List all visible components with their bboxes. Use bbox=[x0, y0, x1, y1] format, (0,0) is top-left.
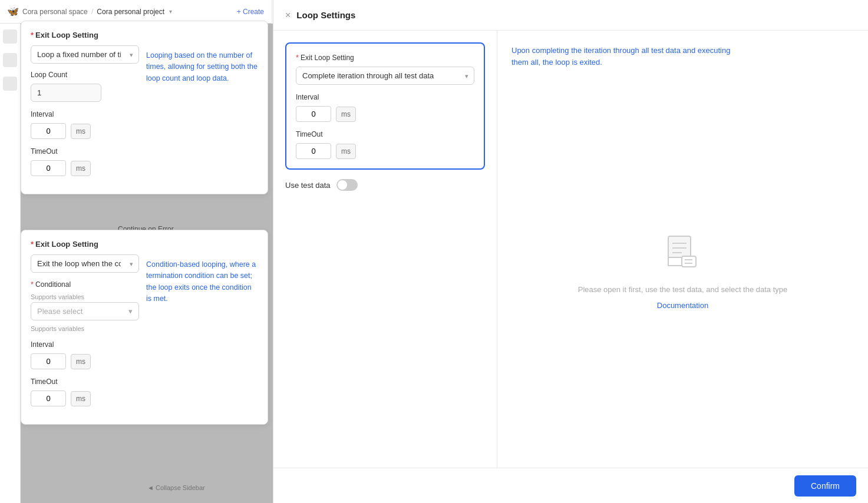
right-panel-header: × Loop Settings bbox=[273, 0, 868, 31]
upper-interval-unit: ms bbox=[71, 124, 91, 139]
upper-form-left: Loop a fixed number of times. ▾ Loop Cou… bbox=[31, 45, 139, 184]
lower-form-row: Exit the loop when the condition is met … bbox=[31, 254, 258, 415]
upper-timeout-label: TimeOut bbox=[31, 147, 139, 155]
lower-please-select-chevron-icon: ▾ bbox=[128, 307, 133, 316]
upper-loop-count-input[interactable] bbox=[31, 84, 101, 102]
confirm-button[interactable]: Confirm bbox=[794, 475, 856, 497]
info-text: Upon completing the iteration through al… bbox=[511, 45, 735, 68]
upper-card-title: * Exit Loop Setting bbox=[31, 31, 258, 39]
exit-loop-label: * Exit Loop Setting bbox=[296, 53, 474, 62]
interval-input[interactable] bbox=[296, 106, 331, 122]
upper-timeout-row: ms bbox=[31, 160, 139, 176]
upper-tooltip-text: Looping based on the number of times, al… bbox=[146, 50, 258, 84]
upper-form-row: Loop a fixed number of times. ▾ Loop Cou… bbox=[31, 45, 258, 184]
interval-label: Interval bbox=[296, 93, 474, 101]
lower-timeout-label: TimeOut bbox=[31, 378, 139, 386]
timeout-unit: ms bbox=[336, 144, 356, 159]
exit-loop-select-wrapper[interactable]: Complete iteration through all test data… bbox=[296, 67, 474, 85]
right-panel-content: * Exit Loop Setting Complete iteration t… bbox=[273, 31, 868, 468]
lower-tooltip-box: Condition-based looping, where a termina… bbox=[146, 254, 258, 305]
lower-conditional-section: * Conditional Supports variables Please … bbox=[31, 280, 139, 332]
timeout-row: ms bbox=[296, 143, 474, 159]
project-name[interactable]: Cora personal project bbox=[97, 8, 164, 16]
loop-settings-panel: × Loop Settings * Exit Loop Setting Comp… bbox=[273, 0, 868, 503]
lower-form-left: Exit the loop when the condition is met … bbox=[31, 254, 139, 415]
lower-supports-vars1: Supports variables bbox=[31, 293, 139, 300]
sidebar-icon-1 bbox=[3, 29, 17, 44]
upper-timeout-input[interactable] bbox=[31, 160, 66, 176]
panel-title: Loop Settings bbox=[296, 10, 355, 20]
loop-settings-left: * Exit Loop Setting Complete iteration t… bbox=[273, 31, 497, 468]
timeout-input[interactable] bbox=[296, 143, 331, 159]
exit-loop-select[interactable]: Complete iteration through all test data bbox=[296, 67, 474, 85]
use-test-data-label: Use test data bbox=[285, 181, 331, 190]
breadcrumb-separator: / bbox=[91, 7, 94, 16]
placeholder-text: Please open it first, use the test data,… bbox=[578, 285, 788, 294]
placeholder-area: Please open it first, use the test data,… bbox=[511, 91, 854, 454]
sidebar-icon-3 bbox=[3, 77, 17, 91]
loop-settings-right: Upon completing the iteration through al… bbox=[497, 31, 868, 468]
lower-exit-loop-label: Exit Loop Setting bbox=[35, 240, 98, 249]
file-icon bbox=[665, 235, 701, 278]
top-nav: 🦋 Cora personal space / Cora personal pr… bbox=[0, 0, 271, 24]
lower-interval-unit: ms bbox=[71, 354, 91, 369]
upper-interval-section: Interval ms bbox=[31, 110, 139, 139]
upper-interval-label: Interval bbox=[31, 110, 139, 118]
upper-exit-loop-select[interactable]: Loop a fixed number of times. bbox=[31, 45, 139, 64]
app-logo: 🦋 bbox=[7, 6, 19, 18]
upper-timeout-section: TimeOut ms bbox=[31, 147, 139, 176]
blue-settings-box: * Exit Loop Setting Complete iteration t… bbox=[285, 42, 485, 170]
interval-row: ms bbox=[296, 106, 474, 122]
lower-exit-loop-select[interactable]: Exit the loop when the condition is met bbox=[31, 254, 139, 273]
right-info-text-box: Upon completing the iteration through al… bbox=[511, 45, 735, 68]
timeout-label: TimeOut bbox=[296, 130, 474, 138]
right-panel-footer: Confirm bbox=[273, 468, 868, 503]
sidebar-icon-2 bbox=[3, 53, 17, 67]
svg-rect-5 bbox=[682, 256, 696, 267]
project-chevron-icon: ▾ bbox=[169, 8, 172, 15]
upper-loop-count-section: Loop Count bbox=[31, 71, 139, 102]
left-upper-card: * Exit Loop Setting Loop a fixed number … bbox=[21, 21, 268, 194]
upper-exit-loop-select-wrapper[interactable]: Loop a fixed number of times. ▾ bbox=[31, 45, 139, 64]
lower-card-title: * Exit Loop Setting bbox=[31, 240, 258, 249]
close-icon[interactable]: × bbox=[285, 10, 291, 21]
interval-unit: ms bbox=[336, 107, 356, 122]
lower-supports-vars2: Supports variables bbox=[31, 325, 139, 332]
lower-timeout-unit: ms bbox=[71, 391, 91, 406]
lower-please-select[interactable]: Please select ▾ bbox=[31, 302, 139, 320]
lower-interval-label: Interval bbox=[31, 340, 139, 349]
upper-exit-loop-label: Exit Loop Setting bbox=[35, 31, 98, 39]
use-test-data-toggle[interactable] bbox=[336, 179, 358, 191]
lower-required-star: * bbox=[31, 240, 34, 249]
upper-interval-row: ms bbox=[31, 123, 139, 139]
lower-timeout-row: ms bbox=[31, 391, 139, 406]
upper-required-star: * bbox=[31, 31, 34, 39]
upper-loop-count-label: Loop Count bbox=[31, 71, 139, 79]
lower-interval-input[interactable] bbox=[31, 353, 66, 369]
lower-conditional-label: * Conditional bbox=[31, 280, 139, 289]
upper-timeout-unit: ms bbox=[71, 161, 91, 176]
personal-space-link[interactable]: Cora personal space bbox=[22, 8, 88, 16]
documentation-link[interactable]: Documentation bbox=[657, 301, 708, 310]
exit-required-star: * bbox=[296, 53, 299, 62]
upper-interval-input[interactable] bbox=[31, 123, 66, 139]
lower-interval-section: Interval ms bbox=[31, 340, 139, 369]
sidebar-bg bbox=[0, 24, 21, 503]
upper-tooltip-box: Looping based on the number of times, al… bbox=[146, 45, 258, 84]
create-button[interactable]: + Create bbox=[237, 8, 264, 16]
lower-please-select-wrapper[interactable]: Please select ▾ bbox=[31, 302, 139, 320]
lower-timeout-section: TimeOut ms bbox=[31, 378, 139, 406]
use-test-data-row: Use test data bbox=[285, 179, 485, 191]
lower-timeout-input[interactable] bbox=[31, 391, 66, 406]
lower-exit-loop-select-wrapper[interactable]: Exit the loop when the condition is met … bbox=[31, 254, 139, 273]
lower-interval-row: ms bbox=[31, 353, 139, 369]
left-lower-card: * Exit Loop Setting Exit the loop when t… bbox=[21, 230, 268, 425]
lower-tooltip-text: Condition-based looping, where a termina… bbox=[146, 259, 258, 305]
